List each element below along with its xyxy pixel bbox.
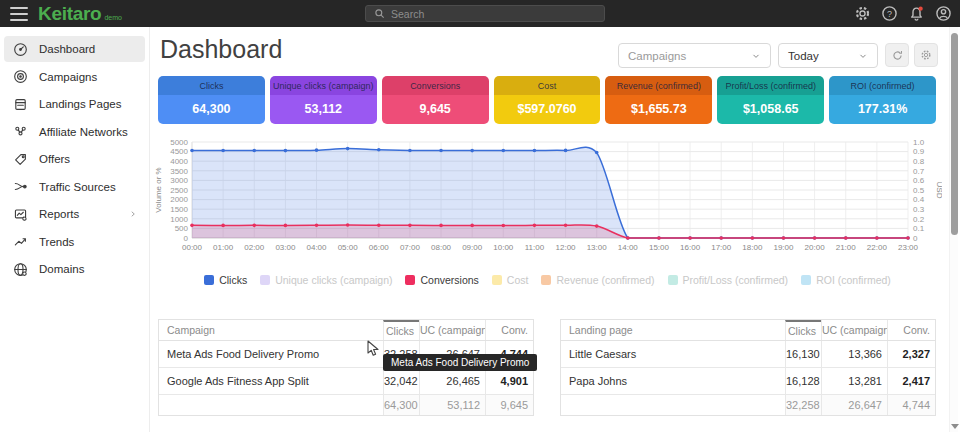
stat-card-value: 9,645 <box>382 95 489 124</box>
table-row-papa-johns[interactable]: Papa Johns16,12813,2812,417 <box>561 368 935 395</box>
legend-swatch <box>801 275 811 285</box>
row-value: 16,130 <box>785 341 821 367</box>
svg-text:10:00: 10:00 <box>493 243 514 252</box>
legend-item-clicks[interactable]: Clicks <box>204 274 247 286</box>
sidebar-item-landings-pages[interactable]: Landings Pages <box>4 91 145 117</box>
legend-item-revenue-confirmed[interactable]: Revenue (confirmed) <box>541 274 654 286</box>
row-name[interactable]: Meta Ads Food Delivery Promo <box>159 341 383 367</box>
row-value: 26,465 <box>419 368 485 394</box>
legend-item-cost[interactable]: Cost <box>492 274 529 286</box>
stat-card-profit-loss-confirmed: Profit/Loss (confirmed)$1,058.65 <box>717 76 824 124</box>
stat-card-label: Unique clicks (campaign) <box>270 76 377 95</box>
legend-swatch <box>260 275 270 285</box>
keitaro-dashboard-page: Keitaro demo ? DashboardCampaignsL <box>0 0 960 432</box>
network-icon <box>13 124 28 139</box>
column-header-landing-page[interactable]: Landing page <box>561 320 785 340</box>
sidebar-item-label: Trends <box>39 236 74 248</box>
refresh-button[interactable] <box>885 43 909 67</box>
totals-spacer <box>159 395 383 415</box>
stat-card-roi-confirmed: ROI (confirmed)177.31% <box>829 76 936 124</box>
stat-card-value: $1,655.73 <box>605 95 712 124</box>
svg-text:22:00: 22:00 <box>867 243 888 252</box>
row-value: 32,042 <box>383 368 419 394</box>
user-icon[interactable] <box>934 5 952 23</box>
stat-card-label: Profit/Loss (confirmed) <box>717 76 824 95</box>
column-header-uc-campaign[interactable]: UC (campaign) <box>419 320 485 340</box>
legend-swatch <box>405 275 415 285</box>
campaigns-filter-select[interactable]: Campaigns <box>618 43 771 68</box>
svg-text:0.3: 0.3 <box>913 205 925 214</box>
table-row-little-caesars[interactable]: Little Caesars16,13013,3662,327 <box>561 341 935 368</box>
svg-text:00:00: 00:00 <box>182 243 203 252</box>
gear-icon[interactable] <box>853 5 871 23</box>
column-header-conv[interactable]: Conv. <box>485 320 533 340</box>
sidebar-item-dashboard[interactable]: Dashboard <box>4 36 145 62</box>
svg-text:2000: 2000 <box>170 195 188 204</box>
legend-item-profit-loss-confirmed[interactable]: Profit/Loss (confirmed) <box>668 274 789 286</box>
chart-legend: ClicksUnique clicks (campaign)Conversion… <box>150 274 945 286</box>
date-range-value: Today <box>788 50 819 62</box>
row-value: 4,901 <box>485 368 533 394</box>
svg-text:04:00: 04:00 <box>307 243 328 252</box>
svg-text:03:00: 03:00 <box>275 243 296 252</box>
legend-item-unique-clicks-campaign[interactable]: Unique clicks (campaign) <box>260 274 392 286</box>
svg-text:20:00: 20:00 <box>805 243 826 252</box>
demo-badge: demo <box>104 14 122 21</box>
sidebar-item-campaigns[interactable]: Campaigns <box>4 64 145 90</box>
legend-swatch <box>204 275 214 285</box>
scrollbar-thumb[interactable] <box>951 33 958 235</box>
legend-swatch <box>492 275 502 285</box>
row-name[interactable]: Papa Johns <box>561 368 785 394</box>
svg-text:21:00: 21:00 <box>836 243 857 252</box>
sidebar-item-trends[interactable]: Trends <box>4 229 145 255</box>
help-icon[interactable]: ? <box>880 5 898 23</box>
legend-item-conversions[interactable]: Conversions <box>405 274 478 286</box>
search-box[interactable] <box>365 5 605 22</box>
column-header-campaign[interactable]: Campaign <box>159 320 383 340</box>
stat-card-conversions: Conversions9,645 <box>382 76 489 124</box>
stat-card-revenue-confirmed: Revenue (confirmed)$1,655.73 <box>605 76 712 124</box>
report-icon <box>13 207 28 222</box>
bell-icon[interactable] <box>907 5 925 23</box>
table-row-google-ads-fitness-app-split[interactable]: Google Ads Fitness App Split32,04226,465… <box>159 368 533 395</box>
row-value: 16,128 <box>785 368 821 394</box>
table-header-row: CampaignClicksUC (campaign)Conv. <box>159 320 533 341</box>
app-logo[interactable]: Keitaro <box>38 0 101 27</box>
svg-text:0.6: 0.6 <box>913 176 925 185</box>
date-range-select[interactable]: Today <box>778 43 878 68</box>
column-header-conv[interactable]: Conv. <box>887 320 935 340</box>
sidebar-item-affiliate-networks[interactable]: Affiliate Networks <box>4 119 145 145</box>
topbar-icons: ? <box>853 0 952 27</box>
sidebar-item-label: Domains <box>39 263 84 275</box>
sidebar-item-domains[interactable]: Domains <box>4 256 145 282</box>
menu-icon[interactable] <box>10 7 28 21</box>
svg-text:0: 0 <box>184 234 189 243</box>
stat-card-label: Cost <box>494 76 601 95</box>
legend-item-roi-confirmed[interactable]: ROI (confirmed) <box>801 274 891 286</box>
column-header-clicks[interactable]: Clicks <box>785 320 821 340</box>
scroll-down-icon[interactable] <box>951 424 959 429</box>
sidebar-item-label: Landings Pages <box>39 98 121 110</box>
search-input[interactable] <box>385 6 604 21</box>
svg-text:0.9: 0.9 <box>913 147 925 156</box>
svg-text:3000: 3000 <box>170 176 188 185</box>
svg-text:?: ? <box>886 9 891 19</box>
stat-card-label: Clicks <box>158 76 265 95</box>
column-header-uc-campaign[interactable]: UC (campaign) <box>821 320 887 340</box>
stat-card-label: ROI (confirmed) <box>829 76 936 95</box>
sidebar-item-offers[interactable]: Offers <box>4 146 145 172</box>
sidebar-item-traffic-sources[interactable]: Traffic Sources <box>4 174 145 200</box>
topbar: Keitaro demo ? <box>0 0 960 27</box>
svg-text:0.8: 0.8 <box>913 157 925 166</box>
row-value: 2,417 <box>887 368 935 394</box>
branch-icon <box>13 179 28 194</box>
column-header-clicks[interactable]: Clicks <box>383 320 419 340</box>
scrollbar <box>949 27 958 432</box>
row-name[interactable]: Little Caesars <box>561 341 785 367</box>
campaigns-filter-value: Campaigns <box>628 50 686 62</box>
sidebar-item-reports[interactable]: Reports <box>4 201 145 227</box>
dashboard-settings-button[interactable] <box>914 43 938 67</box>
main-content: Dashboard Campaigns Today Clicks64,300Un… <box>150 27 945 432</box>
sidebar-item-label: Dashboard <box>39 43 95 55</box>
row-name[interactable]: Google Ads Fitness App Split <box>159 368 383 394</box>
